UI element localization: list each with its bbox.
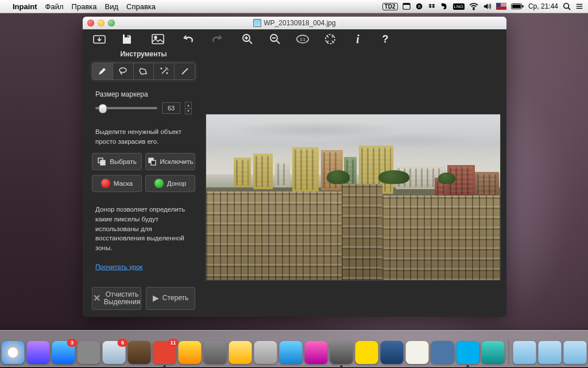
window-titlebar[interactable]: WP_20130918_004.jpg: [83, 17, 506, 29]
zoom-actual-button[interactable]: 1:1: [296, 33, 309, 45]
keyboard-layout-flag[interactable]: [496, 3, 506, 10]
dock-itunes[interactable]: [27, 341, 50, 364]
dock-folder-3[interactable]: [564, 341, 587, 364]
app-toolbar: 1:1 i ?: [83, 29, 506, 49]
dock-app-fire[interactable]: [179, 341, 202, 364]
donor-button-label: Донор: [167, 180, 186, 187]
lasso-tool[interactable]: [113, 63, 133, 79]
mask-button[interactable]: Маска: [92, 175, 142, 192]
dock-yandex[interactable]: [355, 341, 378, 364]
marker-size-slider[interactable]: [95, 107, 157, 109]
marker-tool[interactable]: [92, 63, 113, 79]
dock-app12[interactable]: [254, 341, 277, 364]
svg-point-17: [154, 36, 157, 39]
dock-app17[interactable]: [381, 341, 404, 364]
line-tool[interactable]: [174, 63, 195, 79]
notification-center-icon[interactable]: [575, 2, 583, 10]
dock-folder-2[interactable]: [539, 341, 562, 364]
mask-color-dot: [101, 179, 110, 188]
dock-appstore[interactable]: 3: [52, 341, 75, 364]
zoom-out-button[interactable]: [269, 33, 281, 45]
svg-rect-7: [522, 5, 523, 7]
dock-todoist[interactable]: 11: [153, 341, 176, 364]
tutorial-link[interactable]: Прочитать урок: [95, 263, 192, 270]
select-button[interactable]: Выбрать: [92, 153, 142, 170]
donor-button[interactable]: Донор: [145, 175, 195, 192]
svg-text:Я: Я: [417, 5, 420, 9]
spotlight-icon[interactable]: [563, 2, 571, 10]
window-minimize-button[interactable]: [98, 20, 105, 26]
app-window: WP_20130918_004.jpg: [83, 17, 506, 317]
evernote-menubar-icon[interactable]: [440, 2, 448, 10]
marker-size-stepper[interactable]: ▲▼: [185, 102, 192, 114]
marker-size-value[interactable]: 63: [162, 102, 180, 114]
svg-rect-1: [403, 3, 409, 5]
macos-menubar: Inpaint Файл Правка Вид Справка TD2 Я LN…: [0, 0, 588, 13]
svg-rect-6: [512, 5, 521, 8]
dock-evernote[interactable]: [204, 341, 227, 364]
fantastical-icon[interactable]: [403, 2, 411, 10]
open-button[interactable]: [93, 33, 106, 45]
redo-button[interactable]: [210, 33, 223, 45]
select-button-label: Выбрать: [110, 158, 136, 165]
help-button[interactable]: ?: [379, 33, 392, 45]
exclude-button-label: Исключить: [160, 158, 194, 165]
dock-app21[interactable]: [482, 341, 505, 364]
dock-folder-1[interactable]: [513, 341, 536, 364]
dock-vk[interactable]: [431, 341, 454, 364]
dock-mail[interactable]: 6: [103, 341, 126, 364]
dock-inpaint[interactable]: [330, 341, 353, 364]
magic-wand-tool[interactable]: [153, 63, 174, 79]
dock-launchpad[interactable]: [78, 341, 100, 364]
menubar-item-file[interactable]: Файл: [45, 2, 64, 11]
save-button[interactable]: [121, 33, 133, 45]
image-canvas[interactable]: [206, 114, 501, 281]
dock-photos[interactable]: [229, 341, 252, 364]
svg-point-8: [564, 3, 569, 9]
erase-button-label: Стереть: [163, 294, 188, 302]
tool-selector: [92, 63, 195, 80]
todoist-menubar-icon[interactable]: TD2: [382, 3, 398, 10]
dock-snagit[interactable]: [280, 341, 303, 364]
exclude-button[interactable]: Исключить: [145, 153, 195, 170]
volume-icon[interactable]: [483, 2, 492, 10]
zoom-fit-button[interactable]: [324, 33, 336, 45]
zoom-in-button[interactable]: [241, 33, 254, 45]
window-close-button[interactable]: [87, 20, 94, 26]
menubar-clock[interactable]: Ср, 21:44: [528, 2, 558, 10]
yandex-menubar-icon[interactable]: Я: [415, 2, 423, 10]
polygon-tool[interactable]: [133, 63, 154, 79]
svg-line-23: [277, 41, 280, 44]
clear-selection-button[interactable]: ✕ ОтчиститьВыделения: [92, 287, 141, 310]
dock-safari[interactable]: [2, 341, 25, 364]
image-button[interactable]: [152, 33, 164, 45]
dropbox-menubar-icon[interactable]: [428, 2, 436, 10]
canvas-area[interactable]: [206, 49, 501, 311]
undo-button[interactable]: [183, 33, 195, 45]
window-title: WP_20130918_004.jpg: [83, 19, 506, 27]
wifi-icon[interactable]: [469, 2, 478, 10]
input-language-icon[interactable]: LNG: [453, 3, 465, 10]
play-icon: ▶: [153, 294, 159, 302]
dock-reeder[interactable]: [128, 341, 151, 364]
svg-rect-15: [127, 35, 129, 37]
menubar-item-help[interactable]: Справка: [126, 2, 156, 11]
menubar-status-area: TD2 Я LNG Ср, 21:44: [382, 2, 583, 10]
menubar-item-edit[interactable]: Правка: [72, 2, 97, 11]
tools-panel-title: Инструменты: [88, 50, 199, 58]
window-zoom-button[interactable]: [108, 20, 115, 26]
erase-button[interactable]: ▶ Стереть: [146, 287, 195, 310]
donor-color-dot: [154, 179, 164, 188]
dock-pixelmator[interactable]: [305, 341, 328, 364]
menubar-item-view[interactable]: Вид: [105, 2, 119, 11]
close-icon: ✕: [93, 293, 100, 304]
menubar-app-name[interactable]: Inpaint: [13, 2, 37, 11]
dock-skype[interactable]: [457, 341, 479, 364]
svg-line-19: [249, 41, 252, 44]
dock-writer[interactable]: [406, 341, 429, 364]
window-title-text: WP_20130918_004.jpg: [264, 19, 335, 27]
info-button[interactable]: i: [351, 33, 364, 45]
svg-text:1:1: 1:1: [300, 37, 305, 41]
battery-icon[interactable]: [511, 3, 524, 10]
svg-rect-16: [152, 34, 164, 44]
